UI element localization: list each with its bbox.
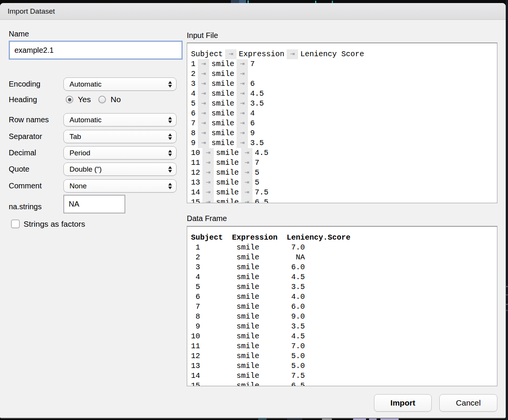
tab-marker-icon: ⇥ xyxy=(287,49,298,59)
tab-marker-icon: ⇥ xyxy=(241,188,252,197)
encoding-select[interactable]: Automatic xyxy=(63,77,177,91)
input-file-line: 7⇥smile⇥6 xyxy=(191,118,497,128)
data-frame-row: 10 smile 4.5 xyxy=(191,332,497,341)
input-file-line: 13⇥smile⇥5 xyxy=(191,178,497,188)
data-frame-row: 9 smile 3.5 xyxy=(191,322,497,332)
input-file-line: 4⇥smile⇥4.5 xyxy=(191,89,497,99)
decimal-label: Decimal xyxy=(9,146,36,159)
tab-marker-icon: ⇥ xyxy=(198,109,209,118)
heading-radio-yes[interactable]: Yes xyxy=(66,95,98,104)
tab-marker-icon: ⇥ xyxy=(237,118,248,128)
data-frame-row: 3 smile 6.0 xyxy=(191,262,497,272)
dialog-title: Import Dataset xyxy=(8,7,55,16)
tab-marker-icon: ⇥ xyxy=(198,99,209,109)
tab-marker-icon: ⇥ xyxy=(202,148,214,158)
tab-marker-icon: ⇥ xyxy=(202,197,214,203)
tab-marker-icon: ⇥ xyxy=(202,158,214,168)
tab-marker-icon: ⇥ xyxy=(237,128,248,138)
separator-select-value: Tab xyxy=(69,133,81,141)
input-file-line: 8⇥smile⇥9 xyxy=(191,128,497,138)
select-arrows-icon xyxy=(168,117,172,123)
heading-no-label: No xyxy=(110,95,121,104)
input-file-line: 14⇥smile⇥7.5 xyxy=(191,188,497,197)
radio-yes-icon xyxy=(66,96,73,103)
data-frame-label: Data Frame xyxy=(187,214,227,223)
input-file-line: 11⇥smile⇥7 xyxy=(191,158,497,168)
decimal-select[interactable]: Period xyxy=(63,146,177,159)
decimal-select-value: Period xyxy=(69,149,90,157)
tab-marker-icon: ⇥ xyxy=(198,128,209,138)
tab-marker-icon: ⇥ xyxy=(237,69,248,79)
data-frame-header: Subject Expression Leniency.Score xyxy=(191,233,497,243)
background-app-strip-right xyxy=(506,0,508,420)
heading-radio-no[interactable]: No xyxy=(98,95,128,104)
select-arrows-icon xyxy=(168,183,172,189)
data-frame-row: 1 smile 7.0 xyxy=(191,243,497,253)
tab-marker-icon: ⇥ xyxy=(237,59,248,69)
input-file-line: Subject⇥Expression⇥Leniency Score xyxy=(191,49,497,59)
tab-marker-icon: ⇥ xyxy=(198,89,209,99)
tab-marker-icon: ⇥ xyxy=(241,197,252,203)
tab-marker-icon: ⇥ xyxy=(237,109,248,118)
input-file-line: 1⇥smile⇥7 xyxy=(191,59,497,69)
comment-select[interactable]: None xyxy=(63,179,177,193)
background-app-strip-top xyxy=(231,0,239,3)
tab-marker-icon: ⇥ xyxy=(237,99,248,109)
separator-label: Separator xyxy=(9,130,42,143)
tab-marker-icon: ⇥ xyxy=(198,118,209,128)
tab-marker-icon: ⇥ xyxy=(202,168,214,178)
input-file-line: 2⇥smile⇥ xyxy=(191,69,497,79)
tab-marker-icon: ⇥ xyxy=(241,178,252,188)
strings-as-factors-label: Strings as factors xyxy=(24,219,85,228)
data-frame-row: 14 smile 7.5 xyxy=(191,371,497,381)
na-strings-input[interactable] xyxy=(63,195,125,213)
comment-select-value: None xyxy=(69,182,87,190)
import-dataset-dialog: Import Dataset Name Encoding Automatic H… xyxy=(0,3,506,418)
input-file-line: 9⇥smile⇥3.5 xyxy=(191,138,497,148)
tab-marker-icon: ⇥ xyxy=(198,59,209,69)
row-names-select[interactable]: Automatic xyxy=(63,113,177,126)
separator-select[interactable]: Tab xyxy=(63,130,177,143)
background-app-strip-top xyxy=(239,0,246,3)
heading-label: Heading xyxy=(9,94,37,105)
background-app-mark xyxy=(506,310,508,311)
tab-marker-icon: ⇥ xyxy=(198,138,209,148)
background-app-mark xyxy=(506,304,508,305)
data-frame-row: 12 smile 5.0 xyxy=(191,351,497,361)
select-arrows-icon xyxy=(168,150,172,156)
input-file-line: 15⇥smile⇥6.5 xyxy=(191,197,497,203)
data-frame-row: 6 smile 4.0 xyxy=(191,292,497,302)
data-frame-row: 8 smile 9.0 xyxy=(191,312,497,322)
data-frame-row: 7 smile 6.0 xyxy=(191,302,497,312)
data-frame-preview[interactable]: Subject Expression Leniency.Score 1 smil… xyxy=(187,226,497,386)
tab-marker-icon: ⇥ xyxy=(198,69,209,79)
strings-as-factors-checkbox[interactable] xyxy=(11,219,20,228)
input-file-preview[interactable]: Subject⇥Expression⇥Leniency Score1⇥smile… xyxy=(187,43,497,203)
row-names-label: Row names xyxy=(9,113,49,126)
input-file-label: Input File xyxy=(187,31,218,40)
background-app-mark xyxy=(506,294,508,295)
name-input[interactable] xyxy=(9,41,183,60)
screen: Import Dataset Name Encoding Automatic H… xyxy=(0,0,508,420)
tab-marker-icon: ⇥ xyxy=(202,188,214,197)
quote-select[interactable]: Double (") xyxy=(63,163,177,176)
import-button[interactable]: Import xyxy=(374,394,432,412)
data-frame-row: 13 smile 5.0 xyxy=(191,361,497,371)
tab-marker-icon: ⇥ xyxy=(237,138,248,148)
select-arrows-icon xyxy=(168,166,172,172)
quote-select-value: Double (") xyxy=(69,165,102,174)
radio-no-icon xyxy=(98,96,106,103)
data-frame-row: 2 smile NA xyxy=(191,253,497,262)
name-label: Name xyxy=(9,30,29,38)
tab-marker-icon: ⇥ xyxy=(237,89,248,99)
row-names-select-value: Automatic xyxy=(69,116,101,124)
input-file-line: 3⇥smile⇥6 xyxy=(191,79,497,89)
input-file-line: 10⇥smile⇥4.5 xyxy=(191,148,497,158)
data-frame-row: 5 smile 3.5 xyxy=(191,282,497,292)
encoding-select-value: Automatic xyxy=(69,80,101,88)
select-arrows-icon xyxy=(168,133,172,140)
tab-marker-icon: ⇥ xyxy=(237,79,248,89)
encoding-label: Encoding xyxy=(9,77,40,91)
cancel-button[interactable]: Cancel xyxy=(439,394,497,412)
input-file-line: 12⇥smile⇥5 xyxy=(191,168,497,178)
